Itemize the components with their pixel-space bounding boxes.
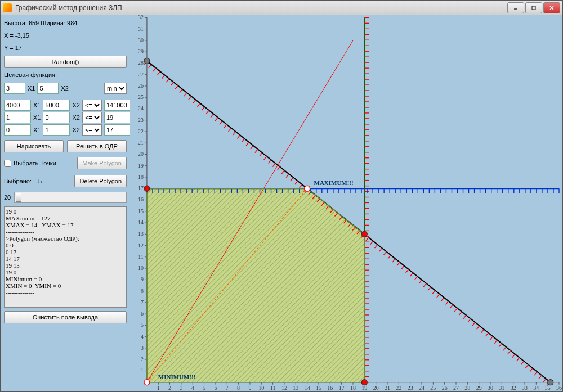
selected-count: 5 xyxy=(38,178,42,184)
svg-text:32: 32 xyxy=(138,15,144,20)
svg-point-387 xyxy=(305,186,310,191)
lp-chart[interactable]: 1234567891011121314151617181920212223242… xyxy=(130,15,562,391)
svg-text:9: 9 xyxy=(248,385,251,391)
svg-marker-7 xyxy=(147,188,364,382)
chart-area[interactable]: 1234567891011121314151617181920212223242… xyxy=(130,15,562,391)
obj-c1-input[interactable] xyxy=(4,83,25,94)
svg-text:17: 17 xyxy=(138,185,144,191)
x1-label-1: X1 xyxy=(33,102,41,109)
titlebar[interactable]: Графический метод решения ЗЛП xyxy=(1,1,562,15)
c1-b-input[interactable] xyxy=(104,112,131,123)
delete-polygon-button[interactable]: Delete Polygon xyxy=(74,175,127,187)
svg-text:28: 28 xyxy=(464,385,470,391)
svg-text:29: 29 xyxy=(138,48,144,55)
svg-text:12: 12 xyxy=(282,385,287,391)
x2-label-3: X2 xyxy=(72,127,79,133)
x1-label-0: X1 xyxy=(28,85,35,92)
zoom-slider[interactable] xyxy=(14,192,127,203)
svg-text:3: 3 xyxy=(180,385,182,391)
select-points-checkbox[interactable] xyxy=(4,160,11,167)
c0-rel-select[interactable]: <= xyxy=(82,100,102,111)
control-panel: Высота: 659 Ширина: 984 X = -3,15 Y = 17… xyxy=(1,15,130,391)
svg-text:13: 13 xyxy=(138,231,144,237)
svg-point-384 xyxy=(144,58,150,64)
svg-text:15: 15 xyxy=(138,208,144,214)
svg-text:24: 24 xyxy=(419,385,425,391)
svg-text:18: 18 xyxy=(138,174,144,180)
x1-label-3: X1 xyxy=(33,127,41,133)
svg-text:20: 20 xyxy=(138,151,144,157)
svg-text:23: 23 xyxy=(408,385,413,391)
maximize-button[interactable] xyxy=(525,2,542,13)
output-textarea[interactable]: 19 0 MAXimum = 127 XMAX = 14 YMAX = 17 -… xyxy=(4,206,127,308)
svg-text:15: 15 xyxy=(316,385,321,391)
select-points-label: Выбрать Точки xyxy=(14,160,56,166)
svg-text:4: 4 xyxy=(191,385,194,391)
svg-text:4: 4 xyxy=(141,334,144,340)
svg-text:5: 5 xyxy=(141,322,144,328)
svg-text:33: 33 xyxy=(522,385,528,391)
svg-text:MINIMUM!!!: MINIMUM!!! xyxy=(158,373,195,380)
svg-text:7: 7 xyxy=(226,385,229,391)
mouse-y-status: Y = 17 xyxy=(4,44,127,51)
svg-text:1: 1 xyxy=(141,367,144,373)
svg-text:19: 19 xyxy=(138,163,144,169)
svg-text:11: 11 xyxy=(138,254,144,260)
svg-point-388 xyxy=(361,231,367,237)
mouse-x-status: X = -3,15 xyxy=(4,32,127,39)
svg-text:17: 17 xyxy=(339,385,345,391)
app-window: Графический метод решения ЗЛП Высота: 65… xyxy=(0,0,563,392)
svg-text:5: 5 xyxy=(203,385,205,391)
close-button[interactable] xyxy=(543,2,560,13)
c1-rel-select[interactable]: <= xyxy=(82,112,102,123)
random-button[interactable]: Random() xyxy=(4,56,127,68)
svg-text:MAXIMUM!!!: MAXIMUM!!! xyxy=(314,179,354,186)
svg-text:25: 25 xyxy=(430,385,436,391)
svg-text:13: 13 xyxy=(293,385,298,391)
c0-a1-input[interactable] xyxy=(4,100,31,111)
svg-text:14: 14 xyxy=(305,385,310,391)
draw-button[interactable]: Нарисовать xyxy=(4,140,64,152)
slider-thumb[interactable] xyxy=(16,193,21,202)
svg-text:29: 29 xyxy=(476,385,482,391)
svg-text:16: 16 xyxy=(327,385,333,391)
c1-a2-input[interactable] xyxy=(43,112,70,123)
svg-text:16: 16 xyxy=(138,197,144,203)
svg-text:23: 23 xyxy=(138,117,144,123)
svg-text:26: 26 xyxy=(138,83,144,89)
objective-label: Целевая функция: xyxy=(4,71,127,78)
x1-label-2: X1 xyxy=(33,114,41,121)
window-controls xyxy=(507,2,560,13)
svg-text:26: 26 xyxy=(442,385,448,391)
x2-label-1: X2 xyxy=(72,102,79,109)
svg-point-389 xyxy=(361,380,367,385)
obj-c2-input[interactable] xyxy=(37,83,59,94)
minimize-button[interactable] xyxy=(507,2,524,13)
c2-a1-input[interactable] xyxy=(4,124,31,136)
svg-point-390 xyxy=(144,380,150,385)
svg-text:8: 8 xyxy=(237,385,240,391)
goal-select[interactable]: min xyxy=(104,83,127,94)
clear-output-button[interactable]: Очистить поле вывода xyxy=(4,311,127,323)
svg-text:30: 30 xyxy=(138,37,144,43)
svg-text:36: 36 xyxy=(556,385,562,391)
c0-a2-input[interactable] xyxy=(43,100,70,111)
svg-text:18: 18 xyxy=(350,385,356,391)
window-title: Графический метод решения ЗЛП xyxy=(15,4,507,12)
svg-text:31: 31 xyxy=(138,26,144,32)
svg-rect-1 xyxy=(532,6,535,10)
svg-point-385 xyxy=(548,380,553,385)
svg-text:27: 27 xyxy=(453,385,459,391)
c2-b-input[interactable] xyxy=(104,124,131,136)
make-polygon-button[interactable]: Make Polygon xyxy=(77,157,127,169)
c1-a1-input[interactable] xyxy=(4,112,31,123)
svg-text:22: 22 xyxy=(396,385,401,391)
svg-text:34: 34 xyxy=(533,385,539,391)
c2-rel-select[interactable]: <= xyxy=(82,124,102,136)
svg-text:21: 21 xyxy=(138,139,144,146)
c0-b-input[interactable] xyxy=(104,100,131,111)
svg-text:12: 12 xyxy=(138,242,144,249)
svg-text:32: 32 xyxy=(511,385,516,391)
c2-a2-input[interactable] xyxy=(43,124,70,136)
solve-button[interactable]: Решить в ОДР xyxy=(67,140,127,152)
